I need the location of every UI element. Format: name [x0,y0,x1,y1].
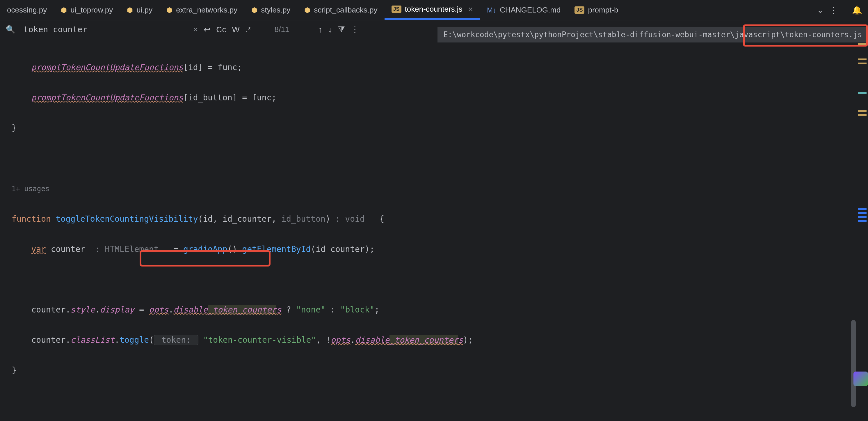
tab-label: styles.py [261,5,290,14]
code-prop: opts [149,305,168,314]
python-icon: ⬢ [251,6,257,14]
code-text: counter [46,244,90,254]
tab-label: ui.py [136,5,152,14]
code-prop: promptTokenCountUpdateFunctions [31,93,183,102]
tab-changelog[interactable]: M↓CHANGELOG.md [480,0,568,20]
param-hint: token: [154,335,198,345]
tab-actions: ⌄ ⋮ 🔔 [817,5,868,15]
filter-icon[interactable]: ⧩ [338,25,345,34]
close-icon[interactable]: × [468,5,473,14]
code-text: : [326,305,340,314]
string: "block" [340,305,375,314]
python-icon: ⬢ [127,6,133,14]
keyword: function [12,214,51,224]
search-count: 8/11 [275,25,289,34]
code-prop: disable_token_counters [174,305,281,314]
code-editor[interactable]: promptTokenCountUpdateFunctions[id] = fu… [0,39,868,421]
case-toggle[interactable]: Cc [216,25,226,34]
gutter-mark [858,63,867,64]
code-text: (id_counter); [311,244,374,254]
javascript-icon: JS [575,6,584,14]
word-toggle[interactable]: W [232,25,240,34]
function-name: toggleTokenCountingVisibility [56,214,198,224]
scrollbar[interactable] [851,320,856,407]
gutter-mark [858,208,867,210]
search-controls: × ↩ Cc W .* 8/11 ↑ ↓ ⧩ ⋮ [193,24,359,35]
python-icon: ⬢ [166,6,173,14]
tab-processing[interactable]: ocessing.py [0,0,54,20]
minimap-gutter[interactable] [856,39,868,222]
code-prop: style [70,305,95,314]
code-text: , ! [316,335,331,345]
code-prop: classList [70,335,115,345]
tab-script-callbacks[interactable]: ⬢script_callbacks.py [297,0,384,20]
gutter-mark [858,43,867,45]
code-text: ? [281,305,296,314]
tab-label: extra_networks.py [176,5,237,14]
code-text: . [95,305,100,314]
code-prop: opts [331,335,350,345]
type-hint: : HTMLElement [90,244,164,254]
gutter-mark [858,212,867,214]
tab-label: script_callbacks.py [314,5,377,14]
tab-token-counters[interactable]: JStoken-counters.js× [384,0,480,20]
code-text: ) [326,214,331,224]
tab-extra-networks[interactable]: ⬢extra_networks.py [159,0,244,20]
tab-label: CHANGELOG.md [500,5,561,14]
prev-match-icon[interactable]: ↑ [318,25,322,34]
python-icon: ⬢ [304,6,310,14]
code-prop: promptTokenCountUpdateFunctions [31,63,183,72]
function-call: getElementById [242,244,311,254]
search-input[interactable] [19,25,193,34]
gutter-mark [858,220,867,222]
gutter-mark [858,58,867,60]
regex-toggle[interactable]: .* [246,25,251,34]
code-prop: disable_token_counters [355,335,463,345]
clear-search-icon[interactable]: × [193,25,198,34]
usages-hint[interactable]: 1+ usages [12,185,50,193]
more-icon[interactable]: ⋮ [829,5,837,15]
code-text: = [164,244,183,254]
path-tooltip: E:\workcode\pytestx\pythonProject\stable… [437,27,868,42]
tab-ui-toprow[interactable]: ⬢ui_toprow.py [54,0,120,20]
code-text: [id_button] = func; [183,93,276,102]
tab-styles[interactable]: ⬢styles.py [244,0,297,20]
ai-assistant-icon[interactable] [854,371,868,386]
tab-prompt[interactable]: JSprompt-b [567,0,625,20]
type-hint: : void [331,214,370,224]
javascript-icon: JS [392,5,401,13]
chevron-down-icon[interactable]: ⌄ [817,5,824,15]
bell-icon[interactable]: 🔔 [852,5,862,15]
code-text: = [134,305,149,314]
code-text: (id, id_counter, [198,214,282,224]
tab-ui[interactable]: ⬢ui.py [120,0,159,20]
next-match-icon[interactable]: ↓ [328,25,332,34]
function-call: gradioApp [183,244,227,254]
search-icon: 🔍 [6,25,15,34]
gutter-mark [858,92,867,94]
tabs-bar: ocessing.py ⬢ui_toprow.py ⬢ui.py ⬢extra_… [0,0,868,20]
gutter-mark [858,114,867,116]
tab-label: ui_toprow.py [70,5,113,14]
string: "token-counter-visible" [203,335,316,345]
code-text: [id] = func; [183,63,242,72]
keyword: var [31,244,46,254]
markdown-icon: M↓ [487,6,496,14]
code-brace: } [12,123,17,133]
tab-label: token-counters.js [405,5,463,14]
history-icon[interactable]: ↩ [204,25,210,34]
param: id_button [281,214,326,224]
code-text: counter. [31,305,70,314]
code-brace: } [12,365,17,375]
code-text: ; [375,305,380,314]
more-options-icon[interactable]: ⋮ [351,25,359,34]
code-prop: display [100,305,134,314]
string: "none" [296,305,326,314]
code-brace: { [370,214,384,224]
gutter-mark [858,216,867,218]
function-call: toggle [120,335,149,345]
tab-label: ocessing.py [7,5,47,14]
python-icon: ⬢ [61,6,67,14]
gutter-mark [858,110,867,112]
tab-label: prompt-b [588,5,618,14]
